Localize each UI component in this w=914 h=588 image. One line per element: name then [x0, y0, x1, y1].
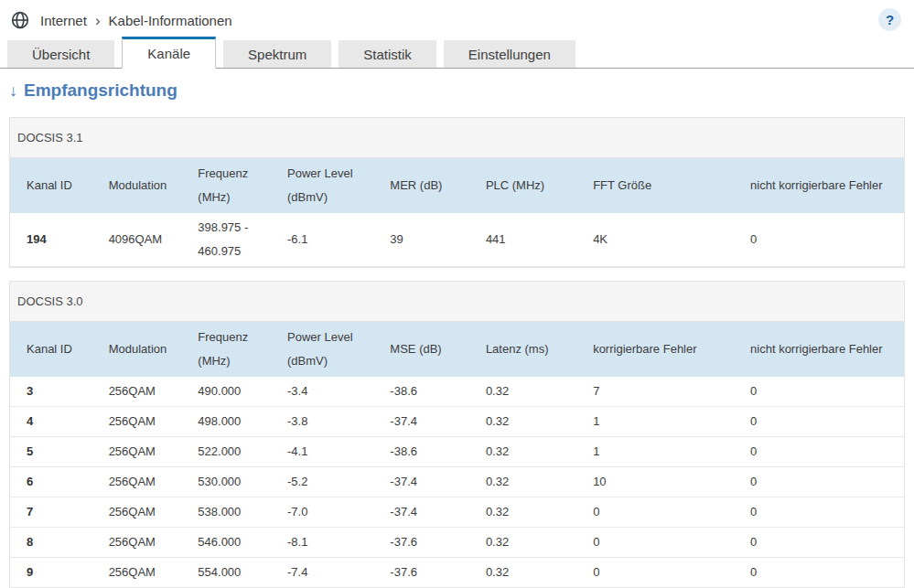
docsis-panel: DOCSIS 3.0 Kanal IDModulationFrequenz (M…: [9, 281, 905, 588]
tab-spektrum[interactable]: Spektrum: [223, 40, 331, 68]
table-cell: 6: [10, 467, 102, 497]
table-cell: -3.4: [280, 377, 382, 407]
table-body: 3256QAM490.000-3.4-38.60.32704256QAM498.…: [10, 377, 904, 588]
table-cell: 194: [10, 213, 102, 267]
table-row: 1944096QAM398.975 - 460.975-6.1394414K0: [10, 213, 904, 267]
table-cell: 0: [743, 558, 904, 588]
table-cell: 0: [586, 497, 743, 528]
table-cell: 490.000: [190, 377, 280, 407]
table-cell: -7.4: [280, 558, 382, 588]
globe-icon: [11, 11, 29, 29]
table-cell: 256QAM: [102, 437, 191, 467]
column-header: Modulation: [102, 322, 191, 377]
column-header: Frequenz (MHz): [190, 158, 280, 213]
table-cell: 0: [743, 407, 904, 437]
tab-kanäle[interactable]: Kanäle: [122, 37, 216, 69]
column-header: Power Level (dBmV): [280, 158, 382, 213]
table-cell: -7.0: [280, 497, 382, 528]
column-header: Kanal ID: [10, 322, 102, 377]
table-cell: 0: [743, 213, 904, 267]
table-cell: -37.6: [382, 528, 479, 558]
column-header: Latenz (ms): [479, 322, 586, 377]
breadcrumb-separator-icon: ›: [95, 13, 101, 28]
table-cell: 256QAM: [102, 377, 191, 407]
table-cell: -37.4: [382, 497, 479, 528]
table-cell: 0.32: [479, 467, 586, 497]
table-cell: -4.1: [280, 437, 382, 467]
tab-label: Statistik: [363, 47, 412, 62]
table-cell: 256QAM: [102, 467, 191, 497]
table-cell: 0: [743, 437, 904, 467]
table-cell: 3: [10, 377, 102, 407]
table-row: 7256QAM538.000-7.0-37.40.3200: [10, 497, 904, 528]
tab-label: Spektrum: [248, 47, 306, 62]
table-cell: 0: [586, 528, 743, 558]
breadcrumb-section[interactable]: Internet: [40, 13, 87, 28]
table-body: 1944096QAM398.975 - 460.975-6.1394414K0: [10, 213, 904, 267]
table-cell: -8.1: [280, 528, 382, 558]
table-cell: 554.000: [190, 558, 280, 588]
channel-table: Kanal IDModulationFrequenz (MHz)Power Le…: [10, 322, 904, 588]
column-header: Frequenz (MHz): [190, 322, 280, 377]
tab-statistik[interactable]: Statistik: [339, 40, 436, 68]
table-cell: 39: [382, 213, 479, 267]
table-cell: -38.6: [382, 437, 479, 467]
section-title: DOCSIS 3.1: [10, 118, 904, 158]
table-cell: -5.2: [280, 467, 382, 497]
table-cell: 522.000: [190, 437, 280, 467]
column-header: Kanal ID: [10, 158, 102, 213]
table-cell: 0.32: [479, 497, 586, 528]
table-row: 3256QAM490.000-3.4-38.60.3270: [10, 377, 904, 407]
table-cell: 256QAM: [102, 497, 191, 528]
table-cell: 0.32: [479, 437, 586, 467]
breadcrumb-page: Kabel-Informationen: [109, 13, 232, 28]
table-cell: 0: [743, 467, 904, 497]
table-cell: 538.000: [190, 497, 280, 528]
column-header: nicht korrigierbare Fehler: [743, 322, 904, 377]
table-cell: 0: [586, 558, 743, 588]
column-header: MER (dB): [382, 158, 479, 213]
table-cell: -3.8: [280, 407, 382, 437]
table-row: 8256QAM546.000-8.1-37.60.3200: [10, 528, 904, 558]
table-cell: 0.32: [479, 407, 586, 437]
column-header: FFT Größe: [586, 158, 743, 213]
column-header: nicht korrigierbare Fehler: [743, 158, 904, 213]
table-cell: 4096QAM: [102, 213, 191, 267]
table-header-row: Kanal IDModulationFrequenz (MHz)Power Le…: [10, 322, 904, 377]
table-cell: 0.32: [479, 528, 586, 558]
section-title: DOCSIS 3.0: [10, 282, 904, 322]
table-cell: 398.975 - 460.975: [190, 213, 280, 267]
table-cell: 4K: [586, 213, 743, 267]
table-cell: 10: [586, 467, 743, 497]
tab-einstellungen[interactable]: Einstellungen: [444, 40, 575, 68]
help-button[interactable]: ?: [878, 8, 901, 31]
table-cell: 9: [10, 558, 102, 588]
table-cell: 5: [10, 437, 102, 467]
heading-label: Empfangsrichtung: [24, 80, 177, 101]
table-cell: 0: [743, 497, 904, 528]
table-row: 9256QAM554.000-7.4-37.60.3200: [10, 558, 904, 588]
table-cell: -37.4: [382, 467, 479, 497]
table-cell: 7: [586, 377, 743, 407]
table-cell: 0.32: [479, 377, 586, 407]
tab-label: Einstellungen: [468, 47, 551, 62]
table-cell: 256QAM: [102, 558, 191, 588]
table-cell: 256QAM: [102, 528, 191, 558]
tab-label: Kanäle: [147, 46, 190, 61]
tables-container: DOCSIS 3.1 Kanal IDModulationFrequenz (M…: [9, 117, 905, 588]
table-cell: 441: [479, 213, 586, 267]
receive-direction-heading[interactable]: ↓ Empfangsrichtung: [9, 80, 914, 101]
table-cell: 7: [10, 497, 102, 528]
table-cell: -6.1: [280, 213, 382, 267]
table-row: 6256QAM530.000-5.2-37.40.32100: [10, 467, 904, 497]
table-cell: 8: [10, 528, 102, 558]
table-cell: 546.000: [190, 528, 280, 558]
column-header: korrigierbare Fehler: [586, 322, 743, 377]
table-row: 4256QAM498.000-3.8-37.40.3210: [10, 407, 904, 437]
table-cell: 4: [10, 407, 102, 437]
table-cell: 0: [743, 528, 904, 558]
breadcrumb-bar: Internet › Kabel-Informationen ?: [0, 0, 914, 37]
tab-übersicht[interactable]: Übersicht: [7, 40, 114, 68]
arrow-down-icon: ↓: [9, 81, 17, 101]
column-header: Modulation: [102, 158, 191, 213]
